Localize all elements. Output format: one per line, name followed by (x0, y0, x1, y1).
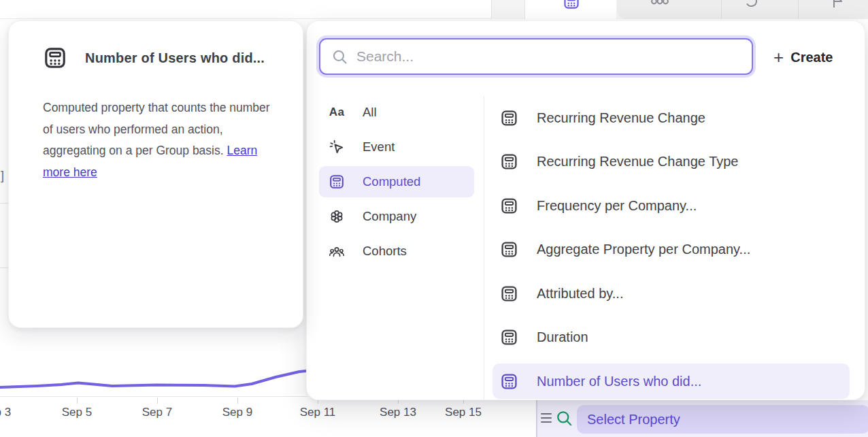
property-label: Recurring Revenue Change Type (537, 154, 738, 169)
select-property-field[interactable]: Select Property (577, 405, 868, 434)
calculator-icon (500, 109, 518, 127)
calculator-icon (500, 328, 518, 346)
cursor-click-icon (329, 139, 345, 155)
x-axis-tick (237, 398, 238, 404)
category-computed[interactable]: Computed (319, 166, 474, 197)
x-axis-tick (77, 398, 78, 404)
drag-handle-icon[interactable] (541, 413, 552, 423)
x-axis-label: Sep 13 (380, 406, 416, 419)
property-label: Number of Users who did... (537, 374, 701, 389)
select-property-label: Select Property (587, 412, 680, 427)
category-cohorts[interactable]: Cohorts (319, 236, 474, 267)
property-list: Recurring Revenue Change Recurring Reven… (493, 96, 850, 399)
x-axis-line (0, 396, 307, 397)
property-label: Frequency per Company... (537, 198, 697, 214)
calculator-icon (43, 46, 67, 70)
property-label: Duration (537, 329, 588, 345)
x-axis-label: Sep 11 (300, 406, 336, 419)
card-description: Computed property that counts the number… (9, 70, 303, 183)
search-input[interactable] (356, 48, 741, 65)
dots-icon[interactable] (651, 0, 669, 10)
clipped-text-fragment: ] (1, 169, 4, 183)
property-list-item[interactable]: Number of Users who did... (493, 363, 850, 399)
company-icon (329, 208, 345, 225)
calculator-icon (329, 174, 345, 190)
divider (484, 96, 484, 400)
create-button-label: Create (790, 50, 833, 65)
x-axis-label: Sep 7 (142, 406, 172, 419)
calculator-icon (500, 240, 518, 259)
category-list: Aa All Event Computed Company Cohorts (319, 97, 474, 270)
card-header: Number of Users who did... (9, 21, 303, 70)
calculator-icon (563, 0, 580, 10)
card-title: Number of Users who did... (85, 50, 265, 66)
property-list-item[interactable]: Attributed by... (493, 272, 850, 316)
x-axis-tick (157, 398, 158, 404)
x-axis-label: Sep 5 (62, 406, 92, 419)
plus-icon: + (773, 48, 784, 66)
divider (0, 203, 8, 204)
property-list-item[interactable]: Frequency per Company... (493, 184, 850, 228)
report-type-tab-bar (491, 0, 868, 19)
x-axis-label: Sep 9 (222, 406, 252, 419)
app-screen: ] Sep 3Sep 5Sep 7Sep 9Sep 11Sep 13Sep 15… (0, 0, 868, 437)
text-format-icon: Aa (329, 104, 345, 120)
tab-separator (721, 0, 722, 19)
category-all[interactable]: Aa All (319, 97, 474, 128)
report-header-strip (0, 0, 491, 19)
category-event[interactable]: Event (319, 131, 474, 163)
property-description-card: Number of Users who did... Computed prop… (8, 20, 303, 328)
calculator-icon (500, 372, 518, 391)
divider (0, 268, 8, 268)
calculator-icon (500, 197, 518, 215)
property-label: Attributed by... (537, 286, 623, 302)
calculator-icon (500, 285, 518, 303)
create-button[interactable]: + Create (773, 46, 833, 69)
search-icon (331, 48, 348, 65)
flag-icon[interactable] (829, 0, 847, 10)
category-company[interactable]: Company (319, 201, 474, 232)
search-box[interactable] (319, 38, 753, 75)
property-list-item[interactable]: Aggregate Property per Company... (493, 228, 850, 272)
cohorts-icon (329, 243, 345, 259)
tab-separator (798, 0, 799, 19)
property-list-item[interactable]: Duration (493, 316, 850, 360)
property-label: Recurring Revenue Change (537, 110, 705, 126)
tab-separator (491, 0, 492, 19)
property-picker-dropdown: + Create Aa All Event Computed Company C… (306, 20, 865, 400)
loop-icon[interactable] (743, 0, 761, 10)
x-axis-label: Sep 15 (445, 406, 482, 419)
divider (536, 400, 537, 437)
property-label: Aggregate Property per Company... (537, 242, 750, 257)
property-list-item[interactable]: Recurring Revenue Change (493, 96, 850, 140)
search-icon (555, 409, 573, 427)
tab-computed-report[interactable] (525, 0, 616, 19)
x-axis-label: Sep 3 (0, 406, 11, 419)
property-list-item[interactable]: Recurring Revenue Change Type (493, 140, 850, 184)
calculator-icon (500, 152, 518, 171)
